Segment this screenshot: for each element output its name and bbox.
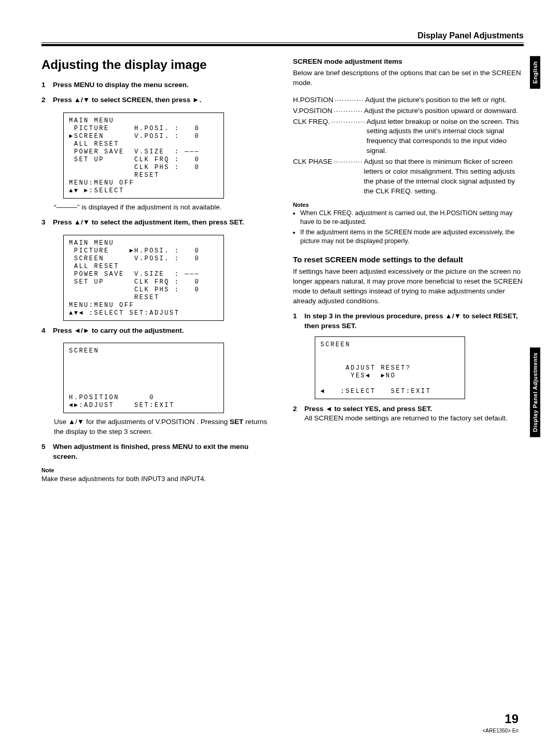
osd-screenshot-3: SCREEN H.POSITION 0 ◄►:ADJUST SET:EXIT [63, 343, 224, 413]
desc-label: CLK PHASE [293, 157, 332, 167]
header-title: Display Panel Adjustments [41, 31, 524, 43]
step-number: 3 [41, 218, 48, 228]
screen-items-heading: SCREEN mode adjustment items [293, 58, 524, 65]
desc-label: CLK FREQ. [293, 117, 330, 127]
step-number: 5 [41, 442, 48, 462]
step2-body: All SCREEN mode settings are returned to… [304, 414, 508, 422]
step-text: Press ▲/▼ to select the adjustment item,… [53, 218, 244, 228]
use-note-pre: Use ▲/▼ for the adjustments of V.POSITIO… [54, 418, 230, 426]
reset-intro: If settings have been adjusted excessive… [293, 267, 524, 306]
note-item: If the adjustment items in the SCREEN mo… [300, 228, 524, 246]
note-not-available: “———” is displayed if the adjustment is … [54, 203, 272, 213]
side-tab-section: Display Panel Adjustments [530, 347, 540, 437]
osd-screenshot-2: MAIN MENU PICTURE ►H.POSI. : 0 SCREEN V.… [63, 235, 224, 321]
desc-dots: ·············· [330, 117, 367, 127]
step-text: Press ◄ to select YES, and press SET. Al… [304, 404, 508, 424]
desc-row: CLK PHASE ············ Adjust so that th… [293, 157, 524, 196]
desc-text: Adjust letter breakup or noise on the sc… [367, 117, 524, 157]
osd-screenshot-reset: SCREEN ADJUST RESET? YES◄ ►NO ◄ :SELECT … [315, 336, 465, 399]
step-text: When adjustment is finished, press MENU … [53, 442, 272, 462]
document-code: <ARE1350> En [483, 728, 519, 734]
reset-step-2: 2 Press ◄ to select YES, and press SET. … [293, 404, 524, 424]
step-text: Press ▲/▼ to select SCREEN, then press ►… [53, 95, 201, 105]
step-number: 1 [293, 312, 299, 331]
desc-row: CLK FREQ. ·············· Adjust letter b… [293, 117, 524, 157]
desc-row: H.POSITION ············ Adjust the pictu… [293, 95, 524, 105]
reset-heading: To reset SCREEN mode settings to the def… [293, 255, 524, 264]
step-5: 5 When adjustment is finished, press MEN… [41, 442, 272, 462]
desc-row: V.POSITION ············ Adjust the pictu… [293, 106, 524, 116]
step-text: Press ◄/► to carry out the adjustment. [53, 326, 184, 336]
step-4: 4 Press ◄/► to carry out the adjustment. [41, 326, 272, 336]
desc-text: Adjust so that there is minimum flicker … [364, 157, 524, 196]
page-number: 19 [505, 712, 519, 726]
step-number: 1 [41, 80, 48, 90]
notes-heading: Notes [293, 202, 524, 208]
step-text: In step 3 in the previous procedure, pre… [304, 312, 524, 331]
screen-items-intro: Below are brief descriptions of the opti… [293, 68, 524, 88]
left-column: Adjusting the display image 1 Press MENU… [41, 58, 272, 484]
use-note: Use ▲/▼ for the adjustments of V.POSITIO… [54, 417, 272, 437]
step-text: Press MENU to display the menu screen. [53, 80, 189, 90]
osd-screenshot-1: MAIN MENU PICTURE H.POSI. : 0 ►SCREEN V.… [63, 112, 224, 199]
step-number: 2 [293, 404, 299, 424]
note-item: When CLK FREQ. adjustment is carried out… [300, 209, 524, 227]
description-table: H.POSITION ············ Adjust the pictu… [293, 95, 524, 196]
right-column: SCREEN mode adjustment items Below are b… [293, 58, 524, 484]
desc-label: H.POSITION [293, 95, 333, 105]
note-body: Make these adjustments for both INPUT3 a… [41, 474, 272, 484]
page-title: Adjusting the display image [41, 58, 272, 72]
step-number: 2 [41, 95, 48, 105]
step-2: 2 Press ▲/▼ to select SCREEN, then press… [41, 95, 272, 105]
desc-text: Adjust the picture's position upward or … [364, 106, 524, 116]
desc-dots: ············ [332, 157, 364, 167]
use-note-set: SET [230, 418, 243, 426]
side-tab-english: English [530, 56, 540, 89]
step-1: 1 Press MENU to display the menu screen. [41, 80, 272, 90]
header-rule [41, 44, 524, 46]
reset-step-1: 1 In step 3 in the previous procedure, p… [293, 312, 524, 331]
desc-text: Adjust the picture's position to the lef… [365, 95, 524, 105]
note-heading: Note [41, 467, 272, 473]
desc-dots: ············ [333, 95, 365, 105]
notes-list: When CLK FREQ. adjustment is carried out… [293, 209, 524, 246]
step-number: 4 [41, 326, 48, 336]
step-3: 3 Press ▲/▼ to select the adjustment ite… [41, 218, 272, 228]
step2-bold: Press ◄ to select YES, and press SET. [304, 405, 432, 413]
desc-dots: ············ [332, 106, 364, 116]
desc-label: V.POSITION [293, 106, 332, 116]
